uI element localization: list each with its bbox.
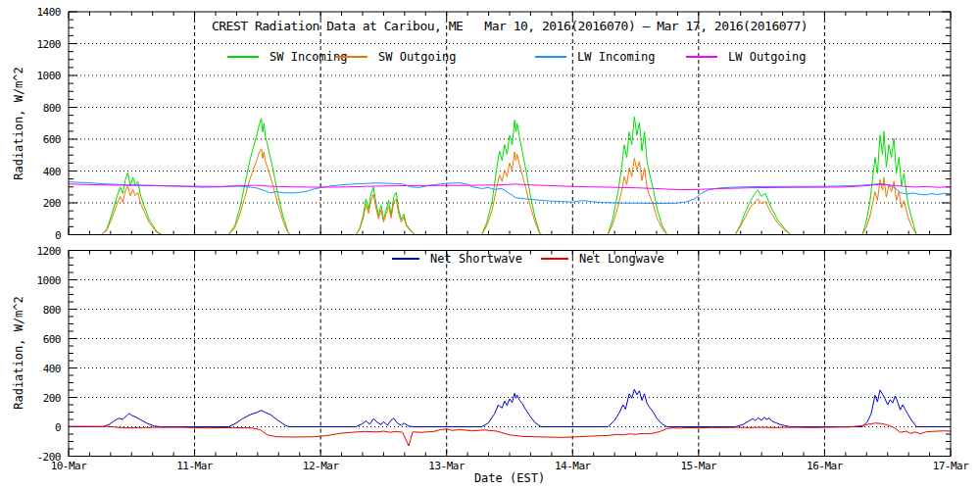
- legend-item-lw-incoming: LW Incoming: [535, 50, 655, 64]
- top-panel: [69, 12, 951, 235]
- y-tick-label: 1400: [20, 6, 61, 19]
- y-tick-label: 800: [20, 102, 61, 115]
- y-tick-label: 1000: [20, 70, 61, 82]
- legend-label: LW Outgoing: [728, 50, 806, 64]
- y-tick-label: 1200: [20, 38, 61, 51]
- y-tick-label: 400: [20, 363, 61, 375]
- net-shortwave-line-icon: [392, 258, 419, 260]
- legend-label: Net Shortwave: [430, 252, 522, 266]
- x-tick-label: 12-Mar: [289, 460, 352, 472]
- sw-incoming-line-icon: [227, 56, 259, 58]
- legend-label: SW Outgoing: [378, 50, 456, 64]
- y-tick-label: 0: [20, 229, 61, 242]
- series-lw-incoming: [69, 182, 951, 204]
- bottom-panel: [69, 251, 951, 457]
- x-tick-label: 16-Mar: [793, 460, 856, 472]
- x-tick-label: 13-Mar: [416, 460, 478, 472]
- net-longwave-line-icon: [541, 258, 568, 260]
- lw-incoming-line-icon: [535, 56, 566, 58]
- legend-item-lw-outgoing: LW Outgoing: [686, 50, 806, 64]
- chart-title: CREST Radiation Data at Caribou, ME Mar …: [69, 19, 951, 33]
- x-tick-label: 17-Mar: [919, 460, 980, 472]
- series-net-shortwave: [69, 389, 951, 426]
- x-axis-title: Date (EST): [69, 471, 951, 485]
- x-tick-label: 10-Mar: [37, 460, 100, 472]
- y-tick-label: 1000: [20, 274, 61, 287]
- y-tick-label: 1200: [20, 245, 61, 258]
- series-sw-incoming: [69, 117, 951, 234]
- sw-outgoing-line-icon: [336, 56, 368, 58]
- series-sw-outgoing: [69, 149, 951, 235]
- legend-label: LW Incoming: [577, 50, 655, 64]
- x-tick-label: 14-Mar: [541, 460, 604, 472]
- y-tick-label: 200: [20, 197, 61, 210]
- plot-canvas: [0, 0, 980, 490]
- lw-outgoing-line-icon: [686, 56, 717, 58]
- y-tick-label: 400: [20, 166, 61, 178]
- legend-label: Net Longwave: [579, 252, 664, 266]
- y-tick-label: 800: [20, 304, 61, 317]
- legend-item-net-longwave: Net Longwave: [541, 252, 664, 266]
- x-tick-label: 15-Mar: [667, 460, 730, 472]
- y-tick-label: 600: [20, 133, 61, 146]
- y-tick-label: 600: [20, 333, 61, 346]
- radiation-chart: CREST Radiation Data at Caribou, ME Mar …: [0, 0, 980, 490]
- legend-item-net-shortwave: Net Shortwave: [392, 252, 522, 266]
- legend-item-sw-incoming: SW Incoming: [227, 50, 347, 64]
- legend-item-sw-outgoing: SW Outgoing: [336, 50, 456, 64]
- x-tick-label: 11-Mar: [164, 460, 226, 472]
- panel-border: [69, 251, 951, 457]
- y-tick-label: 200: [20, 392, 61, 405]
- y-tick-label: 0: [20, 421, 61, 434]
- panel-border: [69, 12, 951, 235]
